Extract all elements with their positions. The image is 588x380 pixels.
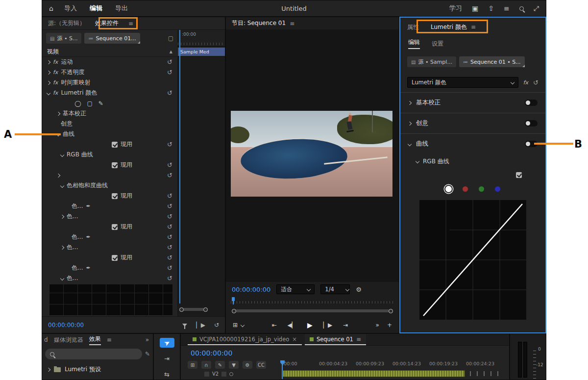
mask-ellipse-icon[interactable]: ◯: [74, 101, 81, 106]
learn-menu[interactable]: 学习: [449, 4, 462, 13]
timeline-view-toggle-icon[interactable]: ▢: [168, 35, 173, 42]
effect-row[interactable]: fx 色... ✒ ◯▢✎ ▲ ↺: [42, 232, 177, 242]
home-icon[interactable]: ⌂: [49, 5, 53, 12]
zoom-level-select[interactable]: 适合: [276, 284, 315, 294]
reset-icon[interactable]: ↺: [167, 141, 172, 148]
source-clip-button[interactable]: ▤ 源 • S...: [46, 33, 81, 44]
video-clip-bar[interactable]: [283, 370, 465, 377]
reset-icon[interactable]: ↺: [167, 172, 172, 178]
panel-menu-icon[interactable]: ≡: [471, 24, 476, 30]
reset-icon[interactable]: ↺: [167, 254, 172, 261]
tab-clip[interactable]: VCJPA10000019216_ja_jp_video ×: [188, 334, 302, 345]
effect-row[interactable]: fx Lumetri 颜色 ✒ ◯▢✎ ▲ ↺: [42, 88, 177, 98]
effect-select[interactable]: Lumetri 颜色: [407, 77, 518, 88]
chevron-down-icon[interactable]: [241, 323, 245, 327]
timeline-timecode[interactable]: 00:00:00:00: [191, 349, 232, 357]
effect-row[interactable]: fx 现用 ✒ ◯▢✎ ▲ ↺: [42, 139, 177, 150]
channel-green-button[interactable]: [479, 186, 484, 192]
play-clip-icon[interactable]: ▏▶: [196, 322, 205, 329]
active-checkbox[interactable]: [112, 224, 118, 230]
close-icon[interactable]: ×: [292, 336, 297, 343]
rgb-curve-editor[interactable]: [419, 200, 526, 320]
effect-row[interactable]: fx 现用 ✒ ◯▢✎ ▲ ↺: [42, 222, 177, 232]
chevron-icon[interactable]: [60, 183, 64, 187]
wrench-icon[interactable]: ⚙: [243, 361, 252, 369]
filter-properties-icon[interactable]: [182, 324, 187, 327]
chevron-icon[interactable]: [60, 245, 64, 249]
reset-icon[interactable]: ↺: [167, 265, 172, 271]
track-select-tool-button[interactable]: ⇥: [160, 354, 174, 363]
chevron-icon[interactable]: [56, 132, 60, 136]
properties-label[interactable]: 属性: [407, 23, 419, 31]
program-timecode[interactable]: 00:00:00:00: [232, 286, 270, 293]
active-checkbox[interactable]: [112, 162, 118, 168]
chevron-icon[interactable]: [60, 214, 64, 218]
channel-red-button[interactable]: [463, 186, 468, 192]
chevron-icon[interactable]: [56, 173, 60, 177]
effect-row[interactable]: fx 视频 ✒ ◯▢✎ ▲ ↺: [42, 47, 177, 57]
program-playhead[interactable]: [232, 297, 235, 301]
chevron-icon[interactable]: [408, 101, 412, 104]
channel-blue-button[interactable]: [495, 186, 500, 192]
section-row[interactable]: 创意: [400, 113, 545, 133]
track-target-icon[interactable]: [221, 372, 226, 377]
scrollbar-handle-left[interactable]: [179, 307, 184, 312]
eyedropper-icon[interactable]: ✒: [86, 203, 90, 209]
video-frame[interactable]: [231, 111, 392, 197]
effect-row[interactable]: fx 色... ✒ ◯▢✎ ▲ ↺: [42, 211, 177, 222]
nest-icon[interactable]: ⊞: [188, 361, 197, 369]
maximize-icon[interactable]: ⤢: [534, 5, 539, 12]
fx-badge-icon[interactable]: fx: [53, 69, 58, 76]
fx-badge-icon[interactable]: fx: [523, 79, 528, 86]
linked-selection-icon[interactable]: ✎: [215, 361, 225, 369]
section-row[interactable]: 曲线: [400, 133, 545, 154]
new-item-icon[interactable]: ✎: [145, 351, 150, 357]
chevron-icon[interactable]: [47, 70, 50, 74]
playhead-line[interactable]: [179, 30, 180, 304]
quick-export-icon[interactable]: ⇧: [488, 5, 494, 12]
active-checkbox[interactable]: [112, 255, 118, 261]
chevron-icon[interactable]: [47, 80, 50, 84]
effect-row[interactable]: fx 基本校正 ✒ ◯▢✎ ▲ ↺: [42, 108, 177, 119]
effect-row[interactable]: fx 运动 ✒ ◯▢✎ ▲ ↺: [42, 57, 177, 67]
eyedropper-icon[interactable]: ✒: [86, 265, 90, 271]
marker-icon[interactable]: ▼: [229, 361, 239, 369]
curve-preview-grid[interactable]: [49, 284, 172, 316]
keyframe-track-area[interactable]: [178, 56, 225, 316]
effect-row[interactable]: fx 时间重映射 ✒ ◯▢✎ ▲ ↺: [42, 77, 177, 88]
reset-icon[interactable]: ↺: [167, 69, 172, 76]
effect-controls-timecode[interactable]: 00:00:00:00: [48, 322, 84, 329]
scrollbar-handle-right[interactable]: [389, 309, 393, 313]
menu-item[interactable]: 导出: [115, 4, 128, 13]
effect-row[interactable]: fx 色... ✒ ◯▢✎ ▲ ↺: [42, 201, 177, 211]
selection-tool-button[interactable]: ➤: [160, 338, 174, 348]
scrollbar-handle-right[interactable]: [203, 307, 208, 312]
effect-row[interactable]: fx ✒ ◯▢✎ ▲ ↺: [42, 98, 177, 108]
mask-pen-icon[interactable]: ✎: [98, 101, 103, 106]
workspace-switcher-icon[interactable]: ▣: [472, 5, 478, 12]
effect-row[interactable]: fx 色... ✒ ◯▢✎ ▲ ↺: [42, 273, 177, 283]
playback-resolution-select[interactable]: 1/4: [320, 284, 350, 294]
reset-icon[interactable]: ↺: [167, 275, 172, 281]
comparison-view-icon[interactable]: ⊞: [233, 322, 238, 328]
goto-out-icon[interactable]: ⇥: [343, 322, 348, 328]
keyframe-ruler[interactable]: :00:00: [178, 30, 225, 47]
panel-menu-icon[interactable]: ≡: [290, 20, 294, 27]
sort-icon[interactable]: ▲: [170, 50, 172, 54]
program-mini-ruler[interactable]: [231, 297, 394, 304]
tab-source-monitor[interactable]: 源:（无剪辑）: [48, 19, 85, 27]
zoom-icon[interactable]: [519, 5, 524, 12]
effect-toggle[interactable]: [525, 120, 538, 127]
tab-media-browser[interactable]: 媒体浏览器: [54, 336, 83, 344]
tab-partial[interactable]: d: [44, 336, 48, 343]
ripple-edit-tool-button[interactable]: ⇆: [160, 370, 174, 380]
effect-row[interactable]: fx 现用 ✒ ◯▢✎ ▲ ↺: [42, 191, 177, 201]
effect-row[interactable]: fx ✒ ◯▢✎ ▲ ↺: [42, 170, 177, 180]
tab-effects[interactable]: 效果: [89, 335, 101, 345]
settings-wrench-icon[interactable]: ⚙: [356, 286, 362, 293]
panel-menu-icon[interactable]: ≡: [107, 336, 112, 343]
effect-row[interactable]: fx 色相饱和度曲线 ✒ ◯▢✎ ▲ ↺: [42, 180, 177, 191]
panel-menu-icon[interactable]: ≡: [128, 20, 133, 27]
fx-badge-icon[interactable]: fx: [53, 59, 58, 65]
menu-item[interactable]: 导入: [64, 4, 77, 13]
